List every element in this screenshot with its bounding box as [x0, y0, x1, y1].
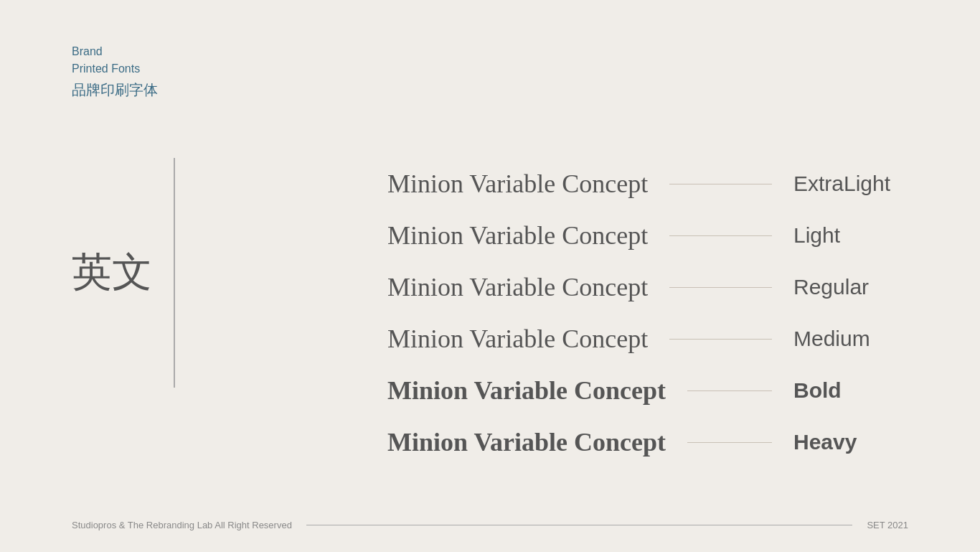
font-name: Minion Variable Concept [387, 324, 648, 354]
font-name: Minion Variable Concept [387, 169, 648, 199]
footer-line [306, 525, 853, 525]
font-name: Minion Variable Concept [387, 427, 666, 457]
chinese-label: 英文 [72, 245, 152, 300]
line-connector [669, 184, 772, 184]
font-row: Minion Variable ConceptRegular [387, 261, 908, 313]
header-chinese: 品牌印刷字体 [72, 80, 158, 100]
font-name: Minion Variable Concept [387, 375, 666, 406]
footer-copyright: Studiopros & The Rebranding Lab All Righ… [72, 520, 292, 530]
vertical-divider [174, 158, 175, 388]
font-row: Minion Variable ConceptBold [387, 365, 908, 416]
font-row: Minion Variable ConceptExtraLight [387, 158, 908, 210]
font-row: Minion Variable ConceptMedium [387, 313, 908, 365]
main-content: 英文 Minion Variable ConceptExtraLightMini… [72, 158, 908, 468]
font-row: Minion Variable ConceptHeavy [387, 416, 908, 468]
footer: Studiopros & The Rebranding Lab All Righ… [72, 520, 908, 530]
line-connector [687, 442, 772, 443]
header-brand: Brand [72, 43, 158, 60]
header: Brand Printed Fonts 品牌印刷字体 [72, 43, 158, 100]
line-connector [669, 235, 772, 236]
header-printed-fonts: Printed Fonts [72, 60, 158, 78]
weight-label: Light [793, 223, 908, 248]
font-name: Minion Variable Concept [387, 272, 648, 302]
font-name: Minion Variable Concept [387, 220, 648, 251]
weight-label: Regular [793, 275, 908, 299]
page-container: Brand Printed Fonts 品牌印刷字体 英文 Minion Var… [0, 0, 980, 552]
line-connector [687, 390, 772, 391]
line-connector [669, 339, 772, 340]
weight-label: Bold [793, 378, 908, 403]
left-section: 英文 [72, 158, 344, 388]
line-connector [669, 287, 772, 288]
weight-label: ExtraLight [793, 172, 908, 196]
footer-date: SET 2021 [867, 520, 908, 530]
weight-label: Heavy [793, 430, 908, 454]
font-row: Minion Variable ConceptLight [387, 210, 908, 261]
font-list: Minion Variable ConceptExtraLightMinion … [344, 158, 908, 468]
weight-label: Medium [793, 327, 908, 351]
